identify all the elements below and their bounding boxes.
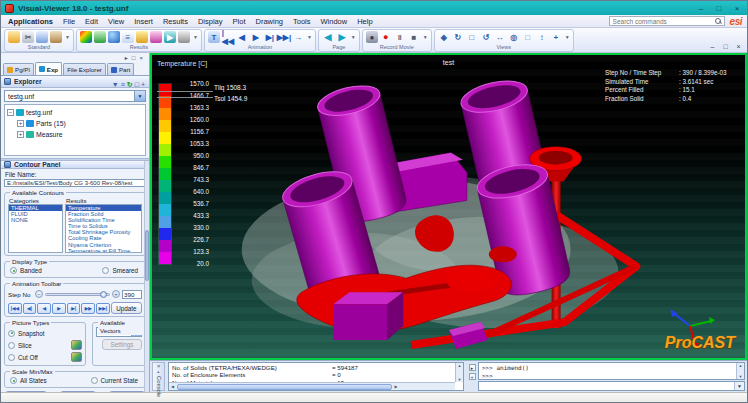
menu-item-edit[interactable]: Edit [80,16,103,27]
add-icon[interactable]: + [140,81,146,88]
media-next-button[interactable]: ▶| [67,303,81,314]
view-spin-icon[interactable]: ↺ [480,31,492,43]
scroll-left-icon[interactable]: ◀ [169,384,176,389]
scroll-up-icon[interactable]: ▲ [739,363,743,368]
view-center-icon[interactable]: + [550,31,562,43]
search-icon[interactable] [715,18,722,25]
stop-icon[interactable]: ■ [408,31,420,43]
media-jumpback-button[interactable]: ◀| [23,303,37,314]
minimize-button[interactable]: – [695,4,707,13]
console-tab[interactable]: × ▪ Console [152,362,165,391]
radio-slice[interactable]: Slice [8,342,32,349]
menu-item-insert[interactable]: Insert [129,16,158,27]
close-icon[interactable]: × [139,54,143,62]
maximize-button[interactable]: □ [713,4,725,13]
step-decrement-button[interactable]: − [35,290,43,298]
tree-item-measure[interactable]: +Measure [7,129,143,140]
pin-icon[interactable]: ▪ [158,370,160,375]
menu-item-tools[interactable]: Tools [288,16,316,27]
paste-icon[interactable] [50,31,62,43]
tree-item-testg-unf[interactable]: −testg.unf [7,107,143,118]
menu-item-drawing[interactable]: Drawing [250,16,288,27]
step-increment-button[interactable]: + [112,290,120,298]
view-iso-icon[interactable]: ◈ [438,31,450,43]
view-zoom-icon[interactable]: ◎ [508,31,520,43]
file-name-field[interactable] [4,179,145,187]
toolbar-group-caret[interactable]: ▼ [307,34,312,40]
radio-all-states[interactable]: All States [10,377,47,384]
media-forward-button[interactable]: ▶▶ [81,303,95,314]
tab-pg-pl[interactable]: Pg/Pl [3,63,34,75]
search-input[interactable] [610,17,724,25]
menu-item-results[interactable]: Results [158,16,193,27]
media-play-icon[interactable]: ▶ [250,31,262,43]
view-rotate-icon[interactable]: ↻ [452,31,464,43]
radio-icon[interactable] [8,330,15,337]
messages-horizontal-scrollbar[interactable]: ◀ ▶ [169,382,455,390]
layers-icon[interactable] [150,31,162,43]
media-last-button[interactable]: ▶▶| [96,303,110,314]
camera-icon[interactable]: ● [366,31,378,43]
toolbar-group-caret[interactable]: ▼ [65,34,70,40]
cut-icon[interactable]: ✂ [22,31,34,43]
toolbar-group-caret[interactable]: ▼ [351,34,356,40]
page-next-icon[interactable]: ▶ [336,31,348,43]
copy-icon[interactable] [36,31,48,43]
report-icon[interactable]: ≡ [122,31,134,43]
filter-icon[interactable]: ▼ [111,81,120,88]
toolbar-group-caret[interactable]: ▼ [193,34,198,40]
radio-icon[interactable] [8,354,15,361]
media-first-icon[interactable]: |◀◀ [222,31,234,43]
radio-banded[interactable]: Banded [10,267,42,274]
view-fit-icon[interactable]: ↕ [536,31,548,43]
python-vertical-scrollbar[interactable]: ▲ ▼ [736,363,744,379]
media-play-button[interactable]: ▶ [52,303,66,314]
close-panel-button[interactable]: Close [109,391,145,392]
menu-item-plot[interactable]: Plot [228,16,251,27]
mdi-restore-button[interactable]: □ [721,43,730,50]
tree-expander-icon[interactable]: + [17,131,24,138]
image-icon[interactable] [136,31,148,43]
update-button[interactable]: Update [111,302,142,314]
category-none[interactable]: NONE [9,217,62,223]
python-command-input[interactable] [479,382,734,390]
scrollbar-thumb[interactable] [177,384,392,390]
chevron-down-icon[interactable]: ▼ [734,382,744,390]
page-prev-icon[interactable]: ◀ [322,31,334,43]
media-first-button[interactable]: |◀◀ [8,303,22,314]
radio-snapshot[interactable]: Snapshot [8,330,45,337]
tools-icon[interactable] [178,31,190,43]
radio-current-state[interactable]: Current State [91,377,138,384]
scroll-down-icon[interactable]: ▼ [739,374,743,379]
menu-item-help[interactable]: Help [352,16,377,27]
frame-icon[interactable]: T [208,31,220,43]
menu-item-display[interactable]: Display [193,16,228,27]
float-icon[interactable]: □ [132,54,136,62]
radio-cut-off[interactable]: Cut Off [8,354,38,361]
menu-item-view[interactable]: View [103,16,129,27]
comment-icon[interactable]: □ [134,81,140,88]
media-back-button[interactable]: ◀ [37,303,51,314]
refresh-icon[interactable]: ↻ [126,81,134,88]
radio-icon[interactable] [10,267,17,274]
chart-icon[interactable] [94,31,106,43]
menu-item-file[interactable]: File [58,16,80,27]
contour-icon[interactable] [80,31,92,43]
columns-icon[interactable]: ≡ [120,81,126,88]
scroll-down-icon[interactable]: ▼ [458,377,462,382]
tree-item-parts-15[interactable]: +Parts (15) [7,118,143,129]
chevron-down-icon[interactable]: ▼ [134,91,145,101]
step-value-field[interactable] [122,290,142,299]
tree-expander-icon[interactable]: − [7,109,14,116]
view-pan-icon[interactable]: ↔ [494,31,506,43]
radio-icon[interactable] [91,377,98,384]
mdi-minimize-button[interactable]: – [708,43,717,50]
media-back-icon[interactable]: ◀ [236,31,248,43]
scroll-up-icon[interactable]: ▲ [458,363,462,368]
tree-expander-icon[interactable]: + [17,120,24,127]
mdi-close-button[interactable]: × [734,43,743,50]
media-last-icon[interactable]: ▶▶| [278,31,290,43]
anim-icon[interactable]: ▶ [164,31,176,43]
toolbar-group-caret[interactable]: ▼ [423,34,428,40]
radio-icon[interactable] [10,377,17,384]
